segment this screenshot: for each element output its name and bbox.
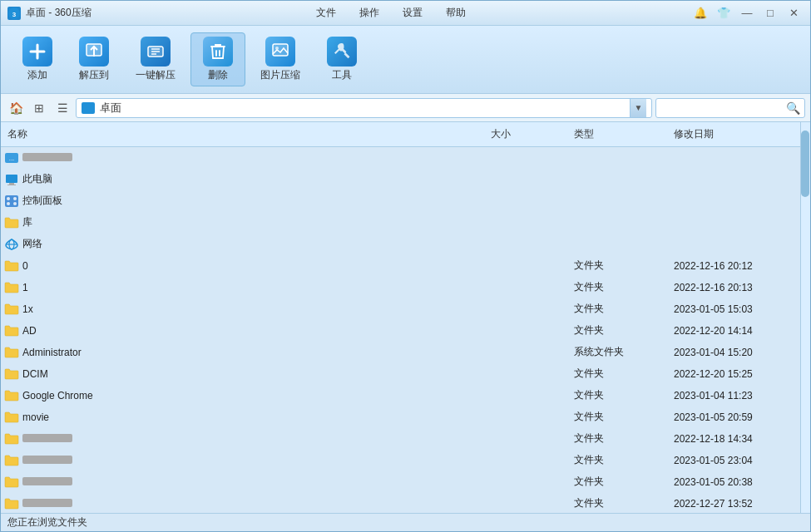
scrollbar[interactable] (800, 122, 810, 513)
status-text: 您正在浏览文件夹 (7, 515, 87, 530)
file-size-cell (484, 394, 567, 397)
toolbar-tools[interactable]: 工具 (315, 33, 368, 86)
table-row[interactable]: movie文件夹2023-01-05 20:59 (1, 406, 800, 428)
search-box: 🔍 (655, 98, 805, 118)
table-row[interactable]: 库 (1, 212, 800, 234)
extract-label: 解压到 (79, 68, 109, 82)
status-bar: 您正在浏览文件夹 (1, 513, 810, 531)
svg-rect-15 (9, 183, 14, 185)
table-row[interactable]: 1文件夹2022-12-16 20:13 (1, 277, 800, 298)
list-view-button[interactable]: ☰ (52, 98, 72, 118)
imgcomp-icon (265, 37, 295, 66)
toolbar-onekey[interactable]: 一键解压 (124, 33, 187, 86)
toolbar-add[interactable]: 添加 (11, 33, 64, 86)
file-name-cell: movie (1, 409, 484, 426)
table-row[interactable]: 此电脑 (1, 169, 800, 190)
toolbar-delete[interactable]: 删除 (190, 32, 245, 86)
file-size-cell (484, 329, 567, 332)
file-type-cell: 文件夹 (567, 257, 667, 274)
svg-rect-16 (7, 185, 16, 185)
address-text[interactable]: 卓面 (100, 101, 630, 116)
file-date-cell: 2023-01-04 11:23 (667, 388, 800, 403)
svg-text:3: 3 (12, 11, 17, 18)
file-type-cell: 文件夹 (567, 408, 667, 426)
file-date-cell: 2023-01-05 23:04 (667, 453, 800, 468)
extract-icon (79, 37, 109, 66)
onekey-label: 一键解压 (136, 68, 176, 82)
table-row[interactable]: DCIM文件夹2022-12-20 15:25 (1, 363, 800, 385)
table-row[interactable]: 文件夹2023-01-05 23:04 (1, 450, 800, 471)
tools-icon (327, 37, 357, 66)
file-type-cell: 文件夹 (567, 451, 667, 469)
file-icon (4, 411, 19, 424)
table-row[interactable]: 0文件夹2022-12-16 20:12 (1, 255, 800, 277)
svg-rect-14 (6, 175, 17, 183)
table-row[interactable]: Google Chrome文件夹2023-01-04 11:23 (1, 385, 800, 406)
file-size-cell (484, 243, 567, 246)
table-row[interactable]: 网络 (1, 234, 800, 255)
svg-point-21 (13, 202, 17, 205)
home-button[interactable]: 🏠 (6, 98, 26, 118)
search-input[interactable] (661, 102, 786, 114)
table-row[interactable]: ... (1, 147, 800, 169)
file-name-text (22, 152, 72, 164)
table-row[interactable]: 文件夹2022-12-18 14:34 (1, 428, 800, 450)
file-icon (4, 303, 19, 316)
file-icon (4, 432, 19, 446)
file-date-cell (667, 156, 800, 160)
table-row[interactable]: AD文件夹2022-12-20 14:14 (1, 320, 800, 342)
file-name-text: AD (22, 325, 37, 337)
table-row[interactable]: Administrator系统文件夹2023-01-04 15:20 (1, 342, 800, 363)
file-name-cell (1, 452, 484, 469)
address-dropdown-button[interactable]: ▼ (630, 99, 646, 117)
svg-point-20 (7, 202, 10, 205)
search-icon[interactable]: 🔍 (786, 101, 800, 115)
svg-point-19 (13, 197, 17, 200)
svg-point-18 (7, 197, 10, 200)
file-name-text: 控制面板 (22, 194, 62, 208)
maximize-button[interactable]: □ (760, 5, 780, 22)
tools-label: 工具 (332, 68, 352, 82)
file-size-cell (484, 200, 567, 203)
file-icon (4, 281, 19, 294)
file-type-cell: 文件夹 (567, 473, 667, 490)
file-size-cell (484, 502, 567, 505)
scrollbar-thumb[interactable] (801, 131, 809, 197)
file-date-cell: 2022-12-20 15:25 (667, 367, 800, 382)
file-name-cell (1, 495, 484, 512)
minimize-button[interactable]: — (737, 5, 757, 22)
delete-label: 删除 (208, 68, 228, 82)
file-name-cell: 0 (1, 258, 484, 274)
table-row[interactable]: 文件夹2022-12-27 13:52 (1, 493, 800, 513)
toolbar-imgcomp[interactable]: 图片压缩 (249, 33, 312, 86)
notification-icon[interactable]: 🔔 (690, 5, 710, 22)
menu-operation[interactable]: 操作 (356, 4, 383, 22)
file-name-text: 网络 (22, 237, 42, 251)
table-row[interactable]: 控制面板 (1, 190, 800, 212)
file-name-cell: ... (1, 150, 484, 166)
file-size-cell (484, 156, 567, 160)
window-controls: 🔔 👕 — □ ✕ (690, 5, 804, 22)
file-name-cell (1, 431, 484, 447)
menu-bar: 文件 操作 设置 帮助 (313, 4, 469, 22)
file-type-cell: 文件夹 (567, 278, 667, 296)
menu-settings[interactable]: 设置 (399, 4, 426, 22)
toolbar: 添加 解压到 一键解压 删除 (1, 26, 810, 94)
file-list-area[interactable]: 名称 大小 类型 修改日期 ...此电脑控制面板库网络0文件夹2022-12-1… (1, 122, 800, 513)
file-name-cell: 网络 (1, 235, 484, 253)
file-name-cell: 1 (1, 279, 484, 296)
file-name-cell: Google Chrome (1, 387, 484, 404)
table-row[interactable]: 1x文件夹2023-01-05 15:03 (1, 298, 800, 320)
toolbar-extract[interactable]: 解压到 (67, 33, 121, 86)
menu-file[interactable]: 文件 (313, 4, 339, 22)
close-button[interactable]: ✕ (784, 5, 804, 22)
file-size-cell (484, 459, 567, 462)
onekey-icon (141, 37, 171, 66)
file-size-cell (484, 480, 567, 484)
file-type-cell (567, 221, 667, 224)
menu-help[interactable]: 帮助 (443, 4, 469, 22)
skin-icon[interactable]: 👕 (714, 5, 734, 22)
table-row[interactable]: 文件夹2023-01-05 20:38 (1, 471, 800, 493)
grid-view-button[interactable]: ⊞ (29, 98, 49, 118)
file-type-cell (567, 243, 667, 246)
